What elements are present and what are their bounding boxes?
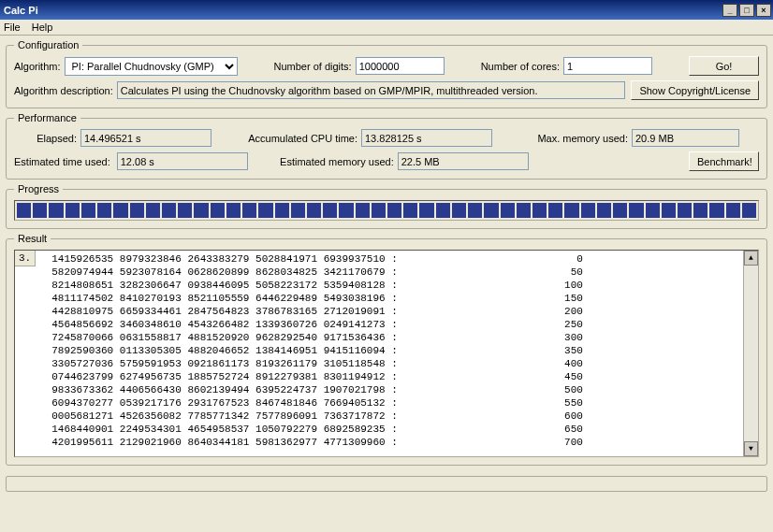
elapsed-field	[80, 129, 211, 147]
estmem-label: Estimated memory used:	[280, 156, 394, 167]
titlebar: Calc Pi _ □ ×	[0, 0, 773, 20]
cores-label: Number of cores:	[481, 61, 560, 72]
mem-label: Max. memory used:	[537, 133, 628, 144]
digits-input[interactable]	[356, 57, 445, 75]
perf-legend: Performance	[14, 112, 80, 123]
copyright-button[interactable]: Show Copyright/License	[631, 80, 759, 100]
statusbar	[6, 476, 767, 493]
estmem-field	[398, 152, 529, 170]
desc-field	[117, 81, 626, 99]
digits-label: Number of digits:	[274, 61, 352, 72]
result-text[interactable]: 1415926535 8979323846 2643383279 5028841…	[36, 251, 743, 456]
menu-file[interactable]: File	[4, 22, 21, 33]
scroll-track[interactable]	[744, 266, 758, 441]
minimize-button[interactable]: _	[722, 4, 737, 17]
progress-bar	[14, 200, 759, 221]
mem-field	[632, 129, 739, 147]
menubar: File Help	[0, 20, 773, 36]
result-box: 3. 1415926535 8979323846 2643383279 5028…	[14, 250, 759, 457]
elapsed-label: Elapsed:	[36, 133, 77, 144]
algorithm-select[interactable]: PI: Parallel Chudnovsky (GMP)	[65, 57, 238, 76]
result-legend: Result	[14, 233, 51, 244]
config-legend: Configuration	[14, 39, 82, 50]
result-rowheader: 3.	[15, 251, 36, 266]
esttime-label: Estimated time used:	[14, 156, 110, 167]
window-title: Calc Pi	[4, 5, 721, 16]
config-group: Configuration Algorithm: PI: Parallel Ch…	[6, 39, 767, 108]
desc-label: Algorithm description:	[14, 85, 113, 96]
cores-input[interactable]	[563, 57, 652, 75]
scroll-down-icon[interactable]: ▼	[744, 441, 758, 456]
progress-legend: Progress	[14, 183, 63, 194]
cpu-label: Accumulated CPU time:	[248, 133, 357, 144]
perf-group: Performance Elapsed: Accumulated CPU tim…	[6, 112, 767, 180]
menu-help[interactable]: Help	[32, 22, 53, 33]
esttime-field	[117, 152, 248, 170]
maximize-button[interactable]: □	[739, 4, 754, 17]
benchmark-button[interactable]: Benchmark!	[689, 151, 759, 171]
go-button[interactable]: Go!	[689, 56, 759, 76]
result-group: Result 3. 1415926535 8979323846 26433832…	[6, 233, 767, 466]
vertical-scrollbar[interactable]: ▲ ▼	[743, 251, 758, 456]
scroll-up-icon[interactable]: ▲	[744, 251, 758, 266]
progress-group: Progress	[6, 183, 767, 229]
algorithm-label: Algorithm:	[14, 61, 61, 72]
cpu-field	[361, 129, 492, 147]
close-button[interactable]: ×	[756, 4, 771, 17]
